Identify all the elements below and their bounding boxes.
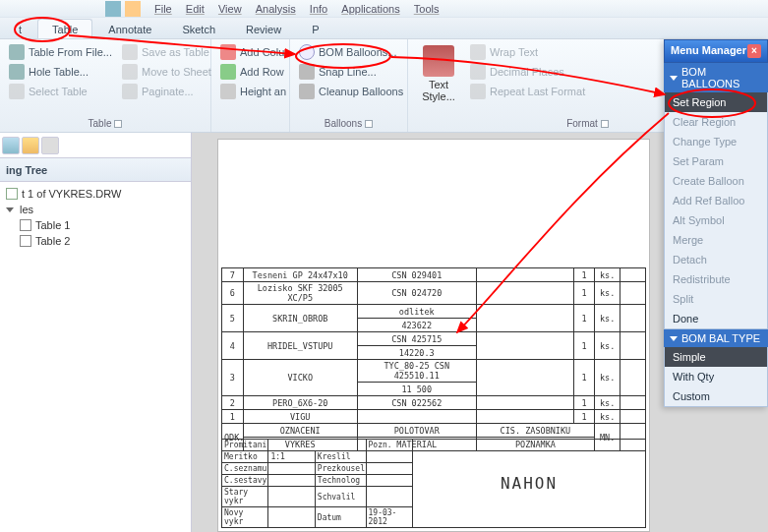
mm-item[interactable]: Add Ref Balloo	[665, 191, 767, 210]
menu-info[interactable]: Info	[310, 3, 327, 15]
mm-item[interactable]: Detach	[665, 250, 767, 269]
mm-item[interactable]: Change Type	[665, 132, 767, 151]
title-block: PromitaniPozn.NAHON Meritko1:1Kreslil C.…	[221, 439, 646, 528]
tab-0[interactable]: t	[4, 19, 36, 38]
dialog-launcher-icon[interactable]	[365, 120, 373, 128]
mm-item[interactable]: Redistribute	[665, 269, 767, 289]
model-tree-panel: ing Tree t 1 of VYKRES.DRW les Table 1 T…	[0, 133, 192, 532]
tree-node-table1[interactable]: Table 1	[20, 217, 185, 233]
menu-view[interactable]: View	[218, 3, 242, 15]
mm-item[interactable]: Create Balloon	[665, 171, 767, 191]
menu-analysis[interactable]: Analysis	[256, 3, 296, 15]
btn-wrap-text[interactable]: Wrap Text	[467, 43, 588, 61]
tree-tab-icon[interactable]	[2, 137, 20, 154]
btn-save-as-table[interactable]: Save as Table	[119, 43, 214, 61]
mm-section-2[interactable]: BOM BAL TYPE	[664, 329, 768, 347]
btn-height[interactable]: Height an	[217, 83, 289, 100]
mm-item[interactable]: Done	[665, 309, 767, 328]
tab-annotate[interactable]: Annotate	[93, 19, 166, 38]
btn-add-col[interactable]: Add Colu	[217, 43, 289, 61]
mm-section-1[interactable]: BOM BALLOONS	[664, 63, 768, 92]
mm-item[interactable]: Merge	[665, 230, 767, 250]
tab-p[interactable]: P	[297, 19, 333, 38]
menu-manager[interactable]: Menu Manager × BOM BALLOONS Set RegionCl…	[664, 39, 768, 407]
mm-item[interactable]: Clear Region	[665, 112, 767, 132]
btn-hole-table[interactable]: Hole Table...	[6, 63, 115, 81]
group-label-table: Table	[89, 118, 112, 129]
btn-select-table[interactable]: Select Table	[6, 83, 115, 100]
mm-item[interactable]: Custom	[665, 386, 767, 406]
dialog-launcher-icon[interactable]	[114, 120, 122, 128]
btn-text-style[interactable]: Text Style...	[414, 43, 463, 104]
tree-tab-icon[interactable]	[41, 137, 59, 154]
tree-tool-icon[interactable]	[171, 163, 185, 177]
mm-item[interactable]: Simple	[665, 347, 767, 367]
mm-item[interactable]: Split	[665, 289, 767, 309]
btn-snap-line[interactable]: Snap Line...	[296, 63, 406, 81]
btn-bom-balloons[interactable]: BOM Balloons...	[296, 43, 406, 61]
tree-node-sheet[interactable]: t 1 of VYKRES.DRW	[6, 186, 185, 202]
tree-title: ing Tree	[6, 164, 47, 176]
toolbar-icon[interactable]	[125, 1, 141, 17]
btn-table-from-file[interactable]: Table From File...	[6, 43, 115, 61]
mm-item[interactable]: Set Region	[665, 92, 767, 112]
group-label-format: Format	[566, 118, 598, 129]
btn-cleanup-balloons[interactable]: Cleanup Balloons	[296, 83, 406, 100]
menu-tools[interactable]: Tools	[414, 3, 440, 15]
tree-node[interactable]: les	[6, 202, 185, 217]
tree-node-table2[interactable]: Table 2	[20, 233, 185, 249]
mm-item[interactable]: Set Param	[665, 151, 767, 171]
btn-move-to-sheet[interactable]: Move to Sheet	[119, 63, 214, 81]
btn-repeat-last-format[interactable]: Repeat Last Format	[467, 83, 588, 100]
drawing-page: 7Tesneni GP 24x47x10CSN 0294011ks.6Lozis…	[217, 139, 650, 532]
tab-sketch[interactable]: Sketch	[167, 19, 230, 38]
mm-title: Menu Manager ×	[664, 39, 768, 63]
ribbon: Table From File... Hole Table... Select …	[0, 39, 768, 133]
menubar: File Edit View Analysis Info Application…	[0, 0, 768, 18]
toolbar-icon[interactable]	[105, 1, 121, 17]
close-icon[interactable]: ×	[747, 44, 761, 58]
dialog-launcher-icon[interactable]	[601, 120, 609, 128]
mm-item[interactable]: With Qty	[665, 367, 767, 386]
tab-table[interactable]: Table	[37, 19, 92, 38]
bom-table[interactable]: 7Tesneni GP 24x47x10CSN 0294011ks.6Lozis…	[221, 267, 646, 451]
menu-file[interactable]: File	[154, 3, 172, 15]
menu-edit[interactable]: Edit	[186, 3, 205, 15]
tab-review[interactable]: Review	[231, 19, 296, 38]
btn-paginate[interactable]: Paginate...	[119, 83, 214, 100]
tree-tool-icon[interactable]	[154, 163, 168, 177]
btn-decimal-places[interactable]: Decimal Places	[467, 63, 588, 81]
tree-tab-icon[interactable]	[22, 137, 39, 154]
ribbon-tabs: t Table Annotate Sketch Review P	[0, 18, 768, 39]
btn-add-row[interactable]: Add Row	[217, 63, 289, 81]
mm-item[interactable]: Alt Symbol	[665, 210, 767, 230]
group-label-balloons: Balloons	[325, 118, 362, 129]
menu-applications[interactable]: Applications	[341, 3, 399, 15]
